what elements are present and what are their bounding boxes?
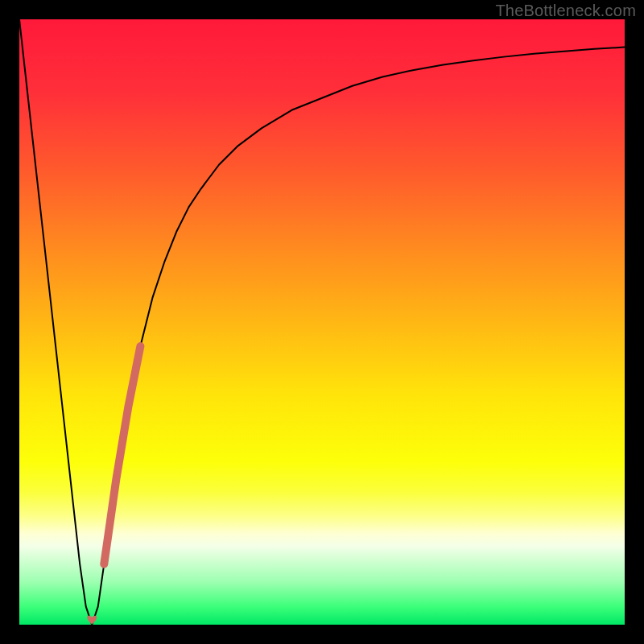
- plot-area: [19, 19, 625, 625]
- watermark-text: TheBottleneck.com: [495, 2, 636, 20]
- chart-svg: [19, 19, 625, 625]
- chart-frame: TheBottleneck.com: [0, 0, 644, 644]
